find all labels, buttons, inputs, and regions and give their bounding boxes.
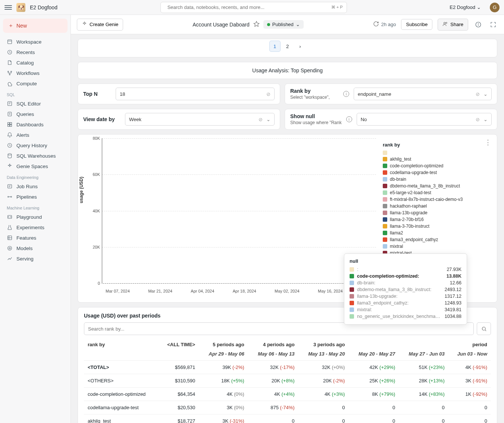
legend-item[interactable]: llama2	[383, 230, 491, 236]
swatch-icon	[383, 204, 387, 208]
sidebar-item-queries[interactable]: Queries	[3, 109, 68, 119]
star-icon[interactable]	[253, 21, 260, 28]
sidebar-item-recents[interactable]: Recents	[3, 47, 68, 57]
legend-item[interactable]: llama-13b-upgrade	[383, 209, 491, 216]
info-icon[interactable]: i	[346, 116, 352, 122]
refresh-status[interactable]: 2h ago	[373, 21, 396, 28]
legend-item[interactable]: e5-large-v2-load-test	[383, 189, 491, 196]
swatch-icon	[350, 267, 354, 272]
column-header[interactable]	[399, 339, 448, 350]
workspace-dropdown[interactable]: E2 Dogfood⌄	[450, 4, 481, 10]
viewdate-select[interactable]: Week ⊘⌄	[125, 113, 275, 126]
chart-plot-area[interactable]: usage (USD) 020K40K60K80K Mar 07, 2024Ma…	[84, 138, 376, 295]
global-search[interactable]: ⌘ + P	[160, 2, 347, 13]
column-header[interactable]	[348, 339, 399, 350]
hamburger-menu-icon[interactable]	[4, 4, 12, 11]
nav-icon	[7, 111, 13, 117]
sidebar-item-job-runs[interactable]: Job Runs	[3, 181, 68, 192]
page-header: Create Genie Account Usage Daboard Publi…	[71, 15, 504, 34]
legend-item[interactable]: llama3_endpoint_cathyz	[383, 236, 491, 243]
legend-item[interactable]: hackathon-raphael	[383, 203, 491, 209]
kebab-icon[interactable]: ⋮	[485, 138, 492, 146]
svg-point-24	[444, 22, 445, 23]
table-row: <OTHERS>$310,59018K (+5%)20K (+8%)20K (-…	[84, 374, 491, 388]
new-button[interactable]: ＋ New	[3, 19, 68, 33]
legend-item[interactable]: llama-3-70b-instruct	[383, 223, 491, 230]
sidebar-item-sql-warehouses[interactable]: SQL Warehouses	[3, 151, 68, 161]
legend-item[interactable]: dbdemo-meta_llama_3_8b_instruct	[383, 183, 491, 189]
page-2[interactable]: 2	[282, 41, 293, 52]
avatar[interactable]: G	[490, 3, 500, 12]
svg-point-28	[478, 23, 479, 23]
sidebar-item-serving[interactable]: Serving	[3, 253, 68, 264]
sidebar-item-pipelines[interactable]: Pipelines	[3, 192, 68, 202]
main-content: Create Genie Account Usage Daboard Publi…	[71, 15, 504, 423]
sidebar-item-models[interactable]: Models	[3, 243, 68, 253]
column-header[interactable]: 4 periods ago	[248, 339, 298, 350]
pagination-card: 1 2 ›	[78, 39, 497, 57]
sidebar-item-features[interactable]: Features	[3, 233, 68, 243]
sidebar-item-dashboards[interactable]: Dashboards	[3, 119, 68, 130]
nav-icon	[7, 163, 13, 169]
svg-point-21	[9, 247, 10, 249]
swatch-icon	[383, 184, 387, 188]
page-1[interactable]: 1	[269, 41, 281, 52]
swatch-icon	[350, 314, 354, 319]
nav-icon	[7, 194, 13, 200]
create-genie-button[interactable]: Create Genie	[77, 19, 123, 31]
column-header[interactable]: 5 periods ago	[199, 339, 248, 350]
page-next[interactable]: ›	[295, 41, 306, 52]
nav-icon	[7, 70, 13, 76]
clear-icon[interactable]: ⊘	[476, 117, 480, 122]
info-icon[interactable]	[473, 20, 483, 29]
sidebar-item-playground[interactable]: Playground	[3, 212, 68, 222]
info-icon[interactable]: i	[343, 91, 349, 97]
legend-item[interactable]: llama-2-70b-bf16	[383, 216, 491, 223]
column-header[interactable]: 3 periods ago	[298, 339, 349, 350]
swatch-icon	[383, 197, 387, 202]
svg-rect-10	[8, 123, 10, 124]
sidebar-item-catalog[interactable]: Catalog	[3, 57, 68, 68]
topn-input[interactable]: 18 ⊘	[116, 88, 275, 100]
sidebar-item-experiments[interactable]: Experiments	[3, 222, 68, 233]
swatch-icon	[350, 287, 354, 292]
publish-status-dropdown[interactable]: Published ⌄	[263, 20, 304, 29]
legend-item[interactable]: mixtral	[383, 243, 491, 250]
shownull-select[interactable]: No ⊘⌄	[357, 113, 492, 126]
swatch-icon	[383, 244, 387, 249]
usage-chart-card: ⋮ usage (USD) 020K40K60K80K Mar 07, 2024…	[78, 134, 497, 303]
search-input[interactable]	[168, 4, 328, 10]
sidebar-item-genie-spaces[interactable]: Genie Spaces	[3, 161, 68, 171]
legend-item[interactable]: akhilg_test	[383, 156, 491, 162]
swatch-icon	[383, 151, 387, 155]
sidebar-item-sql-editor[interactable]: SQL Editor	[3, 98, 68, 109]
table-row: code-completion-optimized$64,3544K (0%)4…	[84, 388, 491, 401]
swatch-icon	[383, 231, 387, 235]
column-header[interactable]: period	[448, 339, 491, 350]
legend-item[interactable]: db-brain	[383, 176, 491, 183]
sidebar-item-compute[interactable]: Compute	[3, 78, 68, 89]
subscribe-button[interactable]: Subscribe	[401, 19, 432, 30]
sidebar-item-workspace[interactable]: Workspace	[3, 37, 68, 47]
nav-icon	[7, 132, 13, 138]
legend-item[interactable]	[383, 150, 491, 156]
column-header[interactable]: rank by	[84, 339, 159, 350]
legend-item[interactable]: ft-mixtral-8x7b-instruct-caio-demo-v3	[383, 196, 491, 203]
fullscreen-icon[interactable]	[488, 20, 498, 29]
nav-icon	[7, 142, 13, 148]
sidebar-item-query-history[interactable]: Query History	[3, 140, 68, 151]
legend-item[interactable]: code-completion-optimized	[383, 162, 491, 169]
rankby-select[interactable]: endpoint_name ⊘⌄	[354, 88, 492, 100]
clear-icon[interactable]: ⊘	[259, 117, 263, 122]
legend-item[interactable]: codellama-upgrade-test	[383, 169, 491, 176]
sidebar-item-alerts[interactable]: Alerts	[3, 130, 68, 140]
sidebar-item-workflows[interactable]: Workflows	[3, 68, 68, 78]
clear-icon[interactable]: ⊘	[476, 91, 480, 97]
table-search-button[interactable]	[477, 322, 491, 335]
column-header[interactable]: <ALL TIME>	[159, 339, 199, 350]
nav-icon	[7, 235, 13, 241]
clear-icon[interactable]: ⊘	[266, 91, 270, 97]
nav-icon	[7, 214, 13, 220]
svg-point-6	[11, 71, 12, 72]
share-button[interactable]: Share	[438, 19, 468, 31]
